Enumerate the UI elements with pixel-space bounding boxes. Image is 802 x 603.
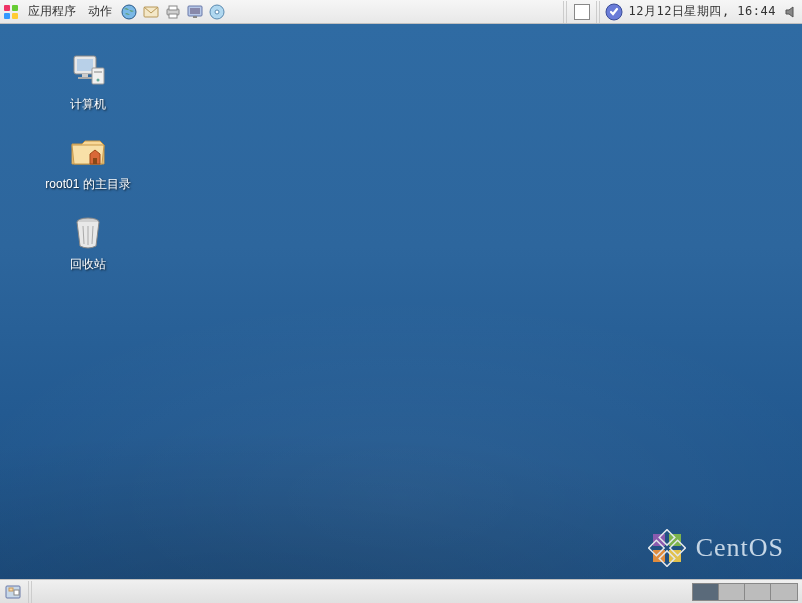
show-desktop-button[interactable] <box>2 581 24 603</box>
desktop-icon-label: 回收站 <box>18 256 158 273</box>
clock[interactable]: 12月12日星期四, 16:44 <box>625 3 780 20</box>
centos-logo-text: CentOS <box>696 533 784 563</box>
svg-rect-18 <box>78 77 92 79</box>
mail-icon[interactable] <box>141 2 161 22</box>
svg-rect-11 <box>193 16 197 18</box>
svg-rect-1 <box>12 5 18 11</box>
workspace-1[interactable] <box>693 584 719 600</box>
centos-logo-icon <box>648 529 686 567</box>
svg-rect-22 <box>93 158 97 164</box>
svg-rect-2 <box>4 13 10 19</box>
svg-rect-36 <box>9 588 13 591</box>
desktop-icon-label: root01 的主目录 <box>18 176 158 193</box>
svg-rect-17 <box>82 74 88 77</box>
svg-point-21 <box>97 79 100 82</box>
desktop-icon-trash[interactable]: 回收站 <box>18 212 158 273</box>
update-icon[interactable] <box>604 2 624 22</box>
print-icon[interactable] <box>163 2 183 22</box>
panel-separator <box>563 1 568 23</box>
svg-rect-16 <box>77 59 93 71</box>
workspace-3[interactable] <box>745 584 771 600</box>
centos-branding: CentOS <box>648 529 784 567</box>
workspace-2[interactable] <box>719 584 745 600</box>
svg-rect-7 <box>169 6 177 10</box>
monitor-icon[interactable] <box>185 2 205 22</box>
svg-rect-37 <box>14 590 19 595</box>
computer-icon <box>68 52 108 92</box>
home-folder-icon <box>68 132 108 172</box>
svg-rect-27 <box>653 534 665 546</box>
actions-menu[interactable]: 动作 <box>82 0 118 23</box>
svg-rect-19 <box>92 68 104 84</box>
desktop-icon-label: 计算机 <box>18 96 158 113</box>
applications-menu[interactable]: 应用程序 <box>22 0 82 23</box>
globe-icon[interactable] <box>119 2 139 22</box>
workspace-4[interactable] <box>771 584 797 600</box>
svg-rect-3 <box>12 13 18 19</box>
panel-left: 应用程序 动作 <box>0 0 228 23</box>
svg-point-13 <box>215 10 219 14</box>
bottom-panel <box>0 579 802 603</box>
svg-point-4 <box>122 5 136 19</box>
svg-rect-29 <box>653 550 665 562</box>
main-menu-icon[interactable] <box>1 2 21 22</box>
desktop-icon-computer[interactable]: 计算机 <box>18 52 158 113</box>
panel-separator <box>596 1 601 23</box>
notification-area[interactable] <box>574 4 590 20</box>
desktop[interactable]: 计算机 root01 的主目录 回收站 <box>0 24 802 579</box>
panel-separator <box>28 581 33 603</box>
svg-rect-8 <box>169 14 177 18</box>
disc-tools-icon[interactable] <box>207 2 227 22</box>
workspace-switcher <box>692 583 798 601</box>
svg-rect-10 <box>190 8 200 14</box>
top-panel: 应用程序 动作 <box>0 0 802 24</box>
window-list[interactable] <box>35 580 688 603</box>
panel-right: 12月12日星期四, 16:44 <box>561 0 802 23</box>
svg-rect-28 <box>669 534 681 546</box>
volume-icon[interactable] <box>781 2 801 22</box>
trash-icon <box>68 212 108 252</box>
svg-rect-20 <box>94 71 102 73</box>
svg-rect-0 <box>4 5 10 11</box>
svg-rect-30 <box>669 550 681 562</box>
desktop-icon-home[interactable]: root01 的主目录 <box>18 132 158 193</box>
